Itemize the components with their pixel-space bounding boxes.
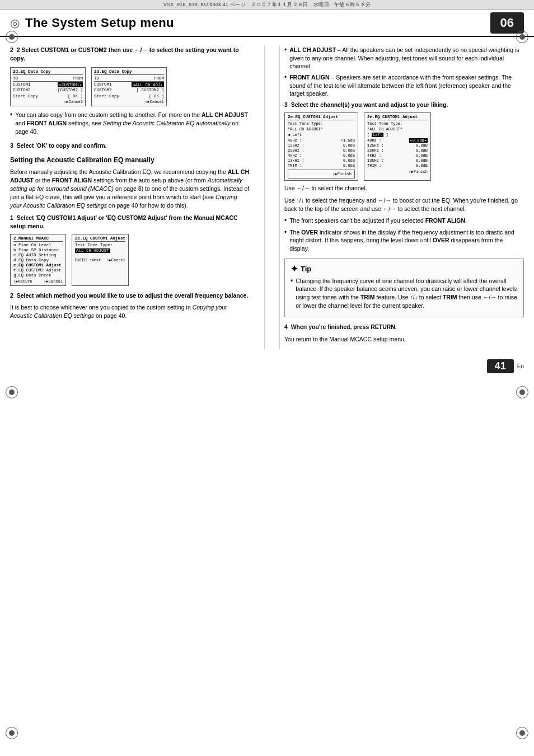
mcacc-menu-screen: 2.Manual MCACC a.Fine Ch Level b.Fine SP… <box>10 234 66 286</box>
use-ud-text: Use ↑/↓ to select the frequency and ←/→ … <box>284 196 524 213</box>
copy-screen-1-header: TO FROM <box>13 76 83 81</box>
eq-adj-s2-title: 2e.EQ CUSTOM1 Adjust <box>367 115 428 120</box>
eq-adj-s1-tone-label: Test Tone Type: <box>288 121 355 126</box>
copy-screen-1-row1: CUSTOM1 ▸CUSTOM1◂ <box>13 82 83 87</box>
tip-bullet-1: • Changing the frequency curve of one ch… <box>291 277 518 310</box>
eq-adj-s2-tone-label: Test Tone Type: <box>367 121 428 126</box>
tip-icon: ✦ <box>291 264 298 274</box>
main-content: 2 2 Select CUSTOM1 or CUSTOM2 then use ←… <box>0 37 534 355</box>
corner-decoration-bottom-left <box>6 727 18 739</box>
corner-decoration-mid-right <box>516 386 528 398</box>
step2b-block: 2 Select which method you would like to … <box>10 292 250 321</box>
page-title: The System Setup menu <box>25 16 174 30</box>
step2b-text: It is best to choose whichever one you c… <box>10 303 250 320</box>
tip-content: • Changing the frequency curve of one ch… <box>291 277 518 310</box>
step3a-block: 3 Select 'OK' to copy and confirm. <box>10 142 250 150</box>
copy-screen-1-footer: ⇧▶Cancel <box>13 100 83 104</box>
step4-text: You return to the Manual MCACC setup men… <box>284 335 524 344</box>
mcacc-item-g: g.EQ Data Check <box>13 273 63 278</box>
copy-screen-1-row2: CUSTOM2 [CUSTOM2 ] <box>13 88 83 92</box>
header-bar: ◎ The System Setup menu 06 <box>0 10 534 37</box>
eq-adj-s1-freq1: 40Hz :+1.5dB <box>288 138 355 143</box>
mcacc-footer: ⇧▶Return ⇧▶Cancel <box>13 279 63 284</box>
eq-adjust-screen-1: 2e.EQ CUSTOM1 Adjust Test Tone Type: "AL… <box>284 112 358 181</box>
corner-decoration-top-left <box>6 31 18 43</box>
chapter-number: 06 <box>490 12 524 34</box>
copy-screen-1: 2d.EQ Data Copy TO FROM CUSTOM1 ▸CUSTOM1… <box>10 67 86 106</box>
bullet-front-align: • FRONT ALIGN – Speakers are set in acco… <box>284 73 524 98</box>
manual-eq-intro: Before manually adjusting the Acoustic C… <box>10 168 250 210</box>
file-info-bar: VSX_918_818_KU.book 41 ページ ２００７年１１月２８日 水… <box>0 0 534 10</box>
step3a-heading: 3 Select 'OK' to copy and confirm. <box>10 142 250 150</box>
mcacc-item-a: a.Fine Ch Level <box>13 243 63 247</box>
mcacc-item-c: c.EQ AUTO Setting <box>13 253 63 257</box>
mcacc-item-e-selected: e.EQ CUSTOM1 Adjust <box>13 263 63 267</box>
corner-decoration-bottom-right <box>516 727 528 739</box>
eq-custom-screen: 2e.EQ CUSTOM1 Adjust Test Tone Type: ALL… <box>72 234 129 286</box>
eq-adj-s2-tone-val: "ALL CH ADJUST" <box>367 127 428 132</box>
eq-adj-s2-freq5: 13kHz :0.0dB <box>367 158 428 163</box>
sub-heading-manual-eq: Setting the Acoustic Calibration EQ manu… <box>10 156 250 165</box>
eq-adj-s1-title: 2e.EQ CUSTOM1 Adjust <box>288 115 355 120</box>
eq-adjust-screens-row: 2e.EQ CUSTOM1 Adjust Test Tone Type: "AL… <box>284 112 524 181</box>
tip-label: Tip <box>301 265 311 273</box>
step3b-block: 3 Select the channel(s) you want and adj… <box>284 101 524 253</box>
mcacc-screens-row: 2.Manual MCACC a.Fine Ch Level b.Fine SP… <box>10 234 250 286</box>
eq-adj-s2-freq1: 40Hz :▸0.0dB◂ <box>367 138 428 143</box>
eq-custom-tone-label: Test Tone Type: <box>75 243 125 247</box>
eq-custom-title: 2e.EQ CUSTOM1 Adjust <box>75 236 125 242</box>
eq-adj-s1-channel: ◀ Left <box>288 133 355 137</box>
corner-decoration-top-right <box>516 31 528 43</box>
use-lr-text: Use ←/→ to select the channel. <box>284 184 524 192</box>
bullet-all-ch-adjust: • ALL CH ADJUST – All the speakers can b… <box>284 46 524 71</box>
copy-screen-2-header: TO FROM <box>94 76 164 81</box>
step4-heading: 4 When you're finished, press RETURN. <box>284 323 524 331</box>
step1-heading: 1 Select 'EQ CUSTOM1 Adjust' or 'EQ CUST… <box>10 214 250 231</box>
eq-adjust-screen-2: 2e.EQ CUSTOM1 Adjust Test Tone Type: "AL… <box>364 112 431 181</box>
eq-custom-tone-value: ALL CH ADJUST <box>75 248 110 253</box>
eq-adj-s2-channel: [ Left ] <box>367 133 428 137</box>
bullet-over-indicator: • The OVER indicator shows in the displa… <box>284 228 524 253</box>
step2-heading: 2 2 Select CUSTOM1 or CUSTOM2 then use ←… <box>10 46 250 63</box>
copy-screen-2-action: Start Copy [ OK ] <box>94 94 164 98</box>
mcacc-item-d: d.EQ Data Copy <box>13 258 63 262</box>
corner-decoration-mid-left <box>6 386 18 398</box>
eq-adj-s1-freq5: 13kHz :0.0dB <box>288 158 355 163</box>
mcacc-item-b: b.Fine SP Distance <box>13 248 63 252</box>
copy-screen-1-action: Start Copy [ OK ] <box>13 94 83 98</box>
copy-screen-2-row1: CUSTOM1 ◂ALL CH ADJ▸ <box>94 82 164 87</box>
step4-block: 4 When you're finished, press RETURN. Yo… <box>284 323 524 343</box>
copy-screen-2-row2: CUSTOM2 [ CUSTOM2 ] <box>94 88 164 92</box>
tip-box: ✦ Tip • Changing the frequency curve of … <box>284 259 524 318</box>
left-column: 2 2 Select CUSTOM1 or CUSTOM2 then use ←… <box>10 46 250 349</box>
bullet-front-speakers-note: • The front speakers can't be adjusted i… <box>284 217 524 226</box>
step2b-heading: 2 Select which method you would like to … <box>10 292 250 300</box>
right-column: • ALL CH ADJUST – All the speakers can b… <box>279 46 524 349</box>
page-lang: En <box>517 363 524 369</box>
eq-adj-s1-freq4: 4kHz :0.0dB <box>288 153 355 158</box>
mcacc-title: 2.Manual MCACC <box>13 236 63 242</box>
eq-adj-s1-trim: TRIM :0.0dB <box>288 163 355 168</box>
column-divider <box>264 46 265 349</box>
file-info-text: VSX_918_818_KU.book 41 ページ ２００７年１１月２８日 水… <box>163 2 371 7</box>
eq-adj-s2-trim: TRIM :0.0dB <box>367 163 428 168</box>
bullet-copy-info: • You can also copy from one custom sett… <box>10 111 250 135</box>
binding-circle-icon: ◎ <box>10 16 20 30</box>
eq-adj-s1-tone-val: "ALL CH ADJUST" <box>288 127 355 132</box>
eq-adj-s2-freq3: 250Hz :0.0dB <box>367 148 428 153</box>
eq-adj-s2-footer: ⇧▶Finish <box>367 170 428 174</box>
eq-adj-s2-freq2: 125Hz :0.0dB <box>367 143 428 148</box>
copy-screen-2-title: 2d.EQ Data Copy <box>94 69 164 75</box>
copy-screen-1-title: 2d.EQ Data Copy <box>13 69 83 75</box>
step1-block: 1 Select 'EQ CUSTOM1 Adjust' or 'EQ CUST… <box>10 214 250 286</box>
eq-adj-s1-freq2: 125Hz :0.0dB <box>288 143 355 148</box>
copy-screen-2-footer: ⇧▶Cancel <box>94 100 164 104</box>
eq-custom-footer: ENTER :Next ⇧▶Cancel <box>75 258 125 262</box>
tip-header: ✦ Tip <box>291 264 518 274</box>
page-footer: 41 En <box>0 355 534 378</box>
eq-adj-s1-footer: ⇧▶Finish <box>288 170 355 179</box>
step2-block: 2 2 Select CUSTOM1 or CUSTOM2 then use ←… <box>10 46 250 136</box>
copy-screens-row: 2d.EQ Data Copy TO FROM CUSTOM1 ▸CUSTOM1… <box>10 67 250 106</box>
page-number: 41 <box>487 359 514 373</box>
eq-adj-s2-freq4: 4kHz :0.0dB <box>367 153 428 158</box>
